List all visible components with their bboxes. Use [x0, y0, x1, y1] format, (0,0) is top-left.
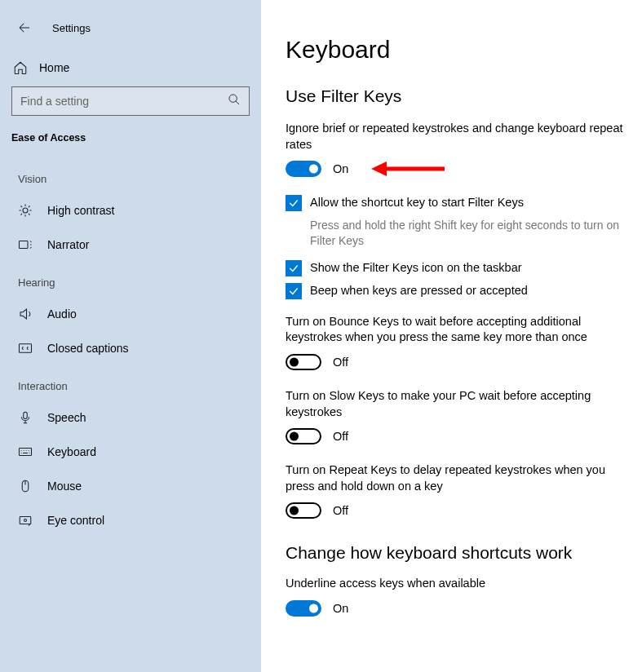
repeat-keys-toggle[interactable] — [286, 502, 321, 519]
home-label: Home — [39, 61, 69, 74]
toggle-state-label: Off — [333, 356, 348, 369]
show-taskbar-icon-label: Show the Filter Keys icon on the taskbar — [310, 260, 522, 276]
sidebar-item-closed-captions[interactable]: Closed captions — [0, 331, 261, 365]
sidebar-item-eye-control[interactable]: Eye control — [0, 503, 261, 537]
back-button[interactable] — [11, 15, 38, 41]
keyboard-icon — [16, 444, 34, 459]
group-label-interaction: Interaction — [0, 365, 261, 400]
mouse-icon — [16, 479, 34, 493]
sidebar: Settings Home Ease of Access Vision High… — [0, 0, 261, 672]
sidebar-item-narrator[interactable]: Narrator — [0, 228, 261, 262]
group-label-hearing: Hearing — [0, 262, 261, 297]
allow-shortcut-label: Allow the shortcut key to start Filter K… — [310, 195, 524, 210]
sidebar-item-label: High contrast — [47, 204, 114, 217]
underline-desc: Underline access keys when available — [286, 576, 634, 592]
closed-captions-icon — [16, 341, 34, 356]
svg-rect-4 — [24, 412, 28, 418]
allow-shortcut-desc: Press and hold the right Shift key for e… — [310, 218, 634, 249]
toggle-state-label: On — [333, 162, 348, 175]
home-icon — [11, 60, 29, 75]
sidebar-item-audio[interactable]: Audio — [0, 297, 261, 331]
repeat-keys-desc: Turn on Repeat Keys to delay repeated ke… — [286, 462, 634, 494]
toggle-state-label: On — [333, 602, 348, 615]
svg-marker-10 — [371, 161, 387, 176]
group-label-vision: Vision — [0, 158, 261, 193]
sidebar-item-mouse[interactable]: Mouse — [0, 469, 261, 503]
sidebar-item-keyboard[interactable]: Keyboard — [0, 435, 261, 469]
svg-rect-5 — [20, 449, 32, 456]
toggle-state-label: Off — [333, 504, 348, 517]
search-input[interactable] — [20, 95, 228, 108]
filter-keys-desc: Ignore brief or repeated keystrokes and … — [286, 121, 634, 153]
allow-shortcut-checkbox[interactable] — [286, 195, 302, 211]
section-title-shortcuts: Change how keyboard shortcuts work — [286, 543, 634, 563]
main-content: Keyboard Use Filter Keys Ignore brief or… — [261, 0, 642, 672]
bounce-keys-toggle[interactable] — [286, 354, 321, 370]
bounce-keys-desc: Turn on Bounce Keys to wait before accep… — [286, 314, 634, 346]
sidebar-item-label: Speech — [47, 411, 86, 424]
sidebar-item-label: Closed captions — [47, 342, 129, 355]
speech-icon — [16, 410, 34, 425]
beep-label: Beep when keys are pressed or accepted — [310, 283, 528, 298]
sidebar-item-high-contrast[interactable]: High contrast — [0, 193, 261, 228]
home-nav-item[interactable]: Home — [0, 55, 261, 86]
search-box[interactable] — [11, 86, 250, 116]
svg-point-8 — [24, 519, 27, 522]
svg-point-0 — [229, 95, 237, 102]
slow-keys-desc: Turn on Slow Keys to make your PC wait b… — [286, 388, 634, 420]
annotation-arrow-icon — [367, 157, 449, 180]
svg-point-1 — [23, 208, 28, 213]
section-label: Ease of Access — [0, 127, 261, 158]
svg-rect-2 — [20, 241, 29, 249]
toggle-state-label: Off — [333, 430, 348, 443]
show-taskbar-icon-checkbox[interactable] — [286, 260, 302, 276]
filter-keys-toggle[interactable] — [286, 161, 321, 177]
search-icon — [228, 93, 241, 109]
sidebar-item-label: Keyboard — [47, 445, 96, 458]
narrator-icon — [16, 237, 34, 252]
audio-icon — [16, 307, 34, 321]
sidebar-item-label: Eye control — [47, 514, 104, 527]
sidebar-item-label: Mouse — [47, 480, 82, 493]
high-contrast-icon — [16, 203, 34, 218]
window-title: Settings — [52, 22, 91, 34]
svg-rect-7 — [20, 517, 31, 524]
page-title: Keyboard — [286, 36, 634, 64]
beep-checkbox[interactable] — [286, 283, 302, 299]
svg-rect-3 — [20, 344, 32, 353]
underline-access-keys-toggle[interactable] — [286, 600, 321, 617]
slow-keys-toggle[interactable] — [286, 428, 321, 444]
sidebar-item-label: Narrator — [47, 238, 89, 251]
section-title-filter-keys: Use Filter Keys — [286, 86, 634, 106]
sidebar-item-speech[interactable]: Speech — [0, 400, 261, 435]
sidebar-item-label: Audio — [47, 307, 77, 321]
eye-control-icon — [16, 513, 34, 528]
